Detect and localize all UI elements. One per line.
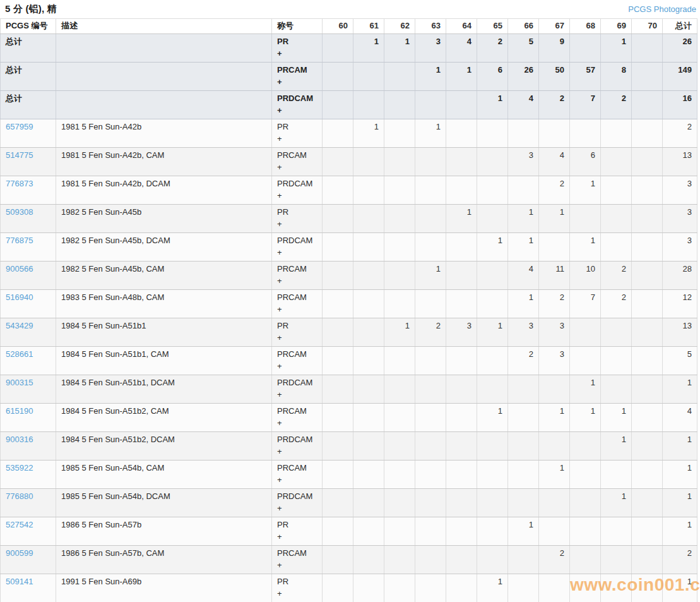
- designation-suffix: +: [277, 219, 317, 231]
- grade-cell: [446, 119, 477, 147]
- grade-cell: [353, 431, 384, 460]
- grade-cell: [384, 176, 415, 204]
- pcgs-number-link[interactable]: 900566: [6, 264, 33, 274]
- pcgs-number-link[interactable]: 776875: [6, 236, 33, 245]
- grade-cell: [384, 289, 415, 318]
- photograde-link[interactable]: PCGS Photograde: [628, 4, 696, 14]
- total-cell: 12: [663, 289, 697, 318]
- page-header: 5 分 (铝), 精 PCGS Photograde: [0, 0, 700, 18]
- grade-cell: [446, 545, 477, 574]
- grade-cell: 3: [539, 346, 570, 375]
- grade-cell: 1: [539, 460, 570, 488]
- pcgs-number-link[interactable]: 776873: [6, 179, 33, 188]
- designation-suffix: +: [277, 588, 317, 600]
- grade-cell: [353, 517, 384, 545]
- grade-cell: 1: [570, 403, 601, 431]
- pcgs-number-cell: 543429: [1, 318, 56, 346]
- grade-cell: [323, 517, 353, 545]
- grade-cell: [384, 261, 415, 289]
- grade-cell: [539, 517, 570, 545]
- population-table: PCGS 编号描述称号6061626364656667686970总计 总计PR…: [0, 18, 697, 602]
- designation-cell: PRCAM+: [272, 545, 323, 574]
- total-cell: 3: [663, 176, 697, 204]
- pcgs-number-link[interactable]: 900599: [6, 548, 33, 558]
- pcgs-number-link[interactable]: 900315: [6, 378, 33, 387]
- pcgs-number-link[interactable]: 543429: [6, 321, 33, 330]
- pcgs-number-link[interactable]: 657959: [6, 122, 33, 131]
- grade-cell: [508, 488, 539, 517]
- designation-cell: PR+: [272, 517, 323, 545]
- total-cell: 1: [663, 431, 697, 460]
- table-row: 7768801985 5 Fen Sun-A54b, DCAMPRDCAM+11: [1, 488, 697, 517]
- grade-cell: [353, 289, 384, 318]
- pcgs-number-link[interactable]: 535922: [6, 463, 33, 473]
- grade-cell: 5: [508, 33, 539, 62]
- table-row: 5359221985 5 Fen Sun-A54b, CAMPRCAM+11: [1, 460, 697, 488]
- grade-cell: [353, 375, 384, 403]
- grade-cell: [446, 375, 477, 403]
- pcgs-number-link[interactable]: 509141: [6, 577, 33, 586]
- grade-cell: 1: [415, 62, 446, 90]
- grade-cell: [323, 346, 353, 375]
- grade-cell: 2: [539, 90, 570, 119]
- designation-suffix: +: [277, 133, 317, 145]
- designation-suffix: +: [277, 304, 317, 316]
- grade-cell: [539, 574, 570, 602]
- page-title: 5 分 (铝), 精: [5, 3, 57, 15]
- pcgs-number-link[interactable]: 900316: [6, 435, 33, 444]
- col-total: 总计: [663, 19, 697, 34]
- designation-suffix: +: [277, 389, 317, 401]
- pcgs-number-cell: 900599: [1, 545, 56, 574]
- designation-text: PRCAM: [277, 64, 317, 76]
- designation-cell: PR+: [272, 33, 323, 62]
- pcgs-number-cell: 900316: [1, 431, 56, 460]
- grade-cell: [446, 147, 477, 176]
- designation-cell: PRDCAM+: [272, 375, 323, 403]
- pcgs-number-cell: 509141: [1, 574, 56, 602]
- grade-cell: [539, 431, 570, 460]
- grade-cell: [632, 460, 663, 488]
- designation-cell: PRCAM+: [272, 346, 323, 375]
- pcgs-number-cell: 509308: [1, 204, 56, 232]
- total-cell: 5: [663, 346, 697, 375]
- designation-suffix: +: [277, 531, 317, 543]
- pcgs-number-cell: 615190: [1, 403, 56, 431]
- col-grade-66: 66: [508, 19, 539, 34]
- designation-text: PRCAM: [277, 263, 317, 275]
- designation-cell: PRCAM+: [272, 403, 323, 431]
- grade-cell: [601, 460, 632, 488]
- pcgs-number-cell: 776880: [1, 488, 56, 517]
- grade-cell: [570, 204, 601, 232]
- grade-cell: [632, 176, 663, 204]
- pcgs-number-link[interactable]: 528661: [6, 349, 33, 359]
- grade-cell: 3: [446, 318, 477, 346]
- pcgs-number-link[interactable]: 514775: [6, 150, 33, 160]
- grade-cell: [508, 574, 539, 602]
- designation-text: PRCAM: [277, 548, 317, 560]
- designation-suffix: +: [277, 105, 317, 117]
- pcgs-number-link[interactable]: 776880: [6, 491, 33, 501]
- pcgs-number-link[interactable]: 516940: [6, 292, 33, 302]
- grade-cell: [323, 318, 353, 346]
- description-cell: 1983 5 Fen Sun-A48b, CAM: [56, 289, 272, 318]
- grade-cell: [570, 119, 601, 147]
- pcgs-number-link[interactable]: 527542: [6, 520, 33, 529]
- pcgs-number-link[interactable]: 509308: [6, 207, 33, 217]
- grade-cell: [384, 90, 415, 119]
- pcgs-number-link[interactable]: 615190: [6, 406, 33, 416]
- grade-cell: [632, 90, 663, 119]
- grade-cell: [384, 62, 415, 90]
- grade-cell: [477, 375, 508, 403]
- grade-cell: [632, 204, 663, 232]
- grade-cell: [570, 460, 601, 488]
- grade-cell: [570, 431, 601, 460]
- grade-cell: [446, 460, 477, 488]
- grade-cell: 1: [477, 403, 508, 431]
- col-grade-69: 69: [601, 19, 632, 34]
- description-cell: 1984 5 Fen Sun-A51b1, DCAM: [56, 375, 272, 403]
- designation-suffix: +: [277, 275, 317, 287]
- grade-cell: [323, 204, 353, 232]
- grade-cell: [632, 431, 663, 460]
- description-cell: 1984 5 Fen Sun-A51b2, DCAM: [56, 431, 272, 460]
- designation-text: PRCAM: [277, 349, 317, 361]
